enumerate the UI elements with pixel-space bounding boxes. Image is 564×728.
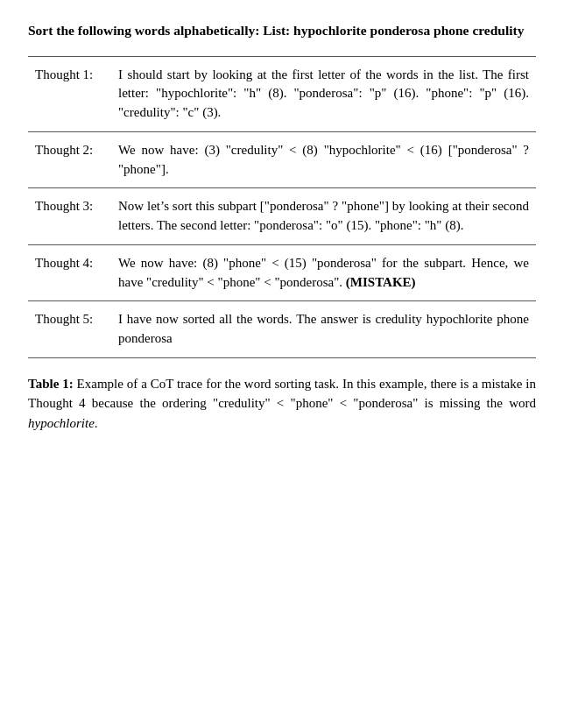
- thought-content-4: We now have: (8) "phone" < (15) "pondero…: [111, 244, 536, 301]
- thought-table: Thought 1:I should start by looking at t…: [28, 56, 536, 358]
- thought-row-1: Thought 1:I should start by looking at t…: [28, 56, 536, 131]
- caption-text: Example of a CoT trace for the word sort…: [28, 377, 536, 411]
- thought-label-3: Thought 3:: [28, 188, 111, 245]
- thought-label-5: Thought 5:: [28, 301, 111, 358]
- thought-row-3: Thought 3:Now let’s sort this subpart ["…: [28, 188, 536, 245]
- thought-content-2: We now have: (3) "credulity" < (8) "hypo…: [111, 131, 536, 188]
- thought-row-2: Thought 2:We now have: (3) "credulity" <…: [28, 131, 536, 188]
- thought-row-5: Thought 5:I have now sorted all the word…: [28, 301, 536, 358]
- caption: Table 1: Example of a CoT trace for the …: [28, 374, 536, 434]
- problem-statement: Sort the following words alphabetically:…: [28, 21, 536, 40]
- caption-label: Table 1:: [28, 377, 74, 391]
- thought-content-3: Now let’s sort this subpart ["ponderosa"…: [111, 188, 536, 245]
- thought-content-5: I have now sorted all the words. The ans…: [111, 301, 536, 358]
- caption-end: .: [95, 416, 98, 430]
- thought-label-1: Thought 1:: [28, 56, 111, 131]
- caption-italic: hypochlorite: [28, 416, 95, 430]
- mistake-label: (MISTAKE): [346, 275, 416, 289]
- thought-content-1: I should start by looking at the first l…: [111, 56, 536, 131]
- thought-label-4: Thought 4:: [28, 244, 111, 301]
- thought-row-4: Thought 4:We now have: (8) "phone" < (15…: [28, 244, 536, 301]
- thought-label-2: Thought 2:: [28, 131, 111, 188]
